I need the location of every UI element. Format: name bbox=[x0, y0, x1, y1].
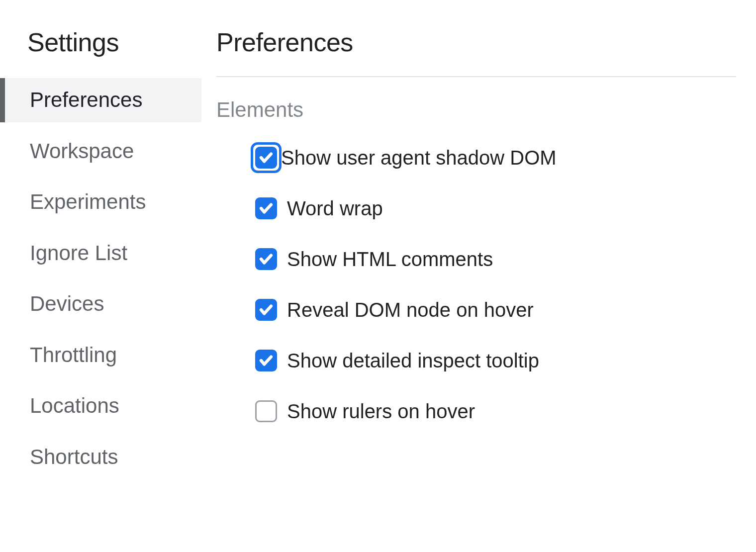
sidebar-item-label: Devices bbox=[30, 292, 104, 315]
option-show-user-agent-shadow-dom[interactable]: Show user agent shadow DOM bbox=[216, 147, 736, 169]
settings-sidebar: Settings Preferences Workspace Experimen… bbox=[0, 0, 201, 552]
checkbox-show-user-agent-shadow-dom[interactable] bbox=[255, 147, 277, 169]
option-show-html-comments[interactable]: Show HTML comments bbox=[216, 248, 736, 270]
check-icon bbox=[259, 150, 274, 165]
checkbox-reveal-dom-node-on-hover[interactable] bbox=[255, 299, 277, 321]
sidebar-item-shortcuts[interactable]: Shortcuts bbox=[0, 435, 201, 479]
check-icon bbox=[259, 302, 274, 317]
page-title: Preferences bbox=[216, 27, 736, 57]
option-label: Word wrap bbox=[287, 197, 383, 219]
preferences-panel: Preferences Elements Show user agent sha… bbox=[201, 0, 756, 552]
sidebar-item-label: Preferences bbox=[30, 88, 142, 111]
section-title-elements: Elements bbox=[216, 98, 736, 122]
checkbox-show-detailed-inspect-tooltip[interactable] bbox=[255, 350, 277, 371]
checkbox-word-wrap[interactable] bbox=[255, 197, 277, 219]
option-label: Reveal DOM node on hover bbox=[287, 299, 534, 321]
option-label: Show HTML comments bbox=[287, 248, 493, 270]
sidebar-item-label: Locations bbox=[30, 394, 119, 417]
sidebar-item-label: Workspace bbox=[30, 139, 134, 163]
sidebar-item-label: Shortcuts bbox=[30, 445, 118, 468]
sidebar-item-experiments[interactable]: Experiments bbox=[0, 180, 201, 224]
option-label: Show user agent shadow DOM bbox=[281, 147, 557, 169]
option-reveal-dom-node-on-hover[interactable]: Reveal DOM node on hover bbox=[216, 299, 736, 321]
option-show-detailed-inspect-tooltip[interactable]: Show detailed inspect tooltip bbox=[216, 350, 736, 371]
sidebar-item-locations[interactable]: Locations bbox=[0, 384, 201, 428]
option-word-wrap[interactable]: Word wrap bbox=[216, 197, 736, 219]
sidebar-item-workspace[interactable]: Workspace bbox=[0, 129, 201, 174]
sidebar-item-preferences[interactable]: Preferences bbox=[0, 78, 201, 122]
check-icon bbox=[259, 201, 274, 216]
option-label: Show detailed inspect tooltip bbox=[287, 350, 539, 371]
checkbox-show-rulers-on-hover[interactable] bbox=[255, 400, 277, 422]
sidebar-title: Settings bbox=[0, 27, 201, 57]
sidebar-item-devices[interactable]: Devices bbox=[0, 282, 201, 326]
option-show-rulers-on-hover[interactable]: Show rulers on hover bbox=[216, 400, 736, 422]
sidebar-item-label: Ignore List bbox=[30, 241, 127, 265]
option-label: Show rulers on hover bbox=[287, 400, 475, 422]
check-icon bbox=[259, 353, 274, 368]
check-icon bbox=[259, 252, 274, 267]
divider bbox=[216, 76, 736, 77]
sidebar-item-ignore-list[interactable]: Ignore List bbox=[0, 231, 201, 276]
checkbox-show-html-comments[interactable] bbox=[255, 248, 277, 270]
sidebar-item-throttling[interactable]: Throttling bbox=[0, 333, 201, 377]
sidebar-item-label: Throttling bbox=[30, 343, 117, 367]
sidebar-item-label: Experiments bbox=[30, 190, 146, 213]
